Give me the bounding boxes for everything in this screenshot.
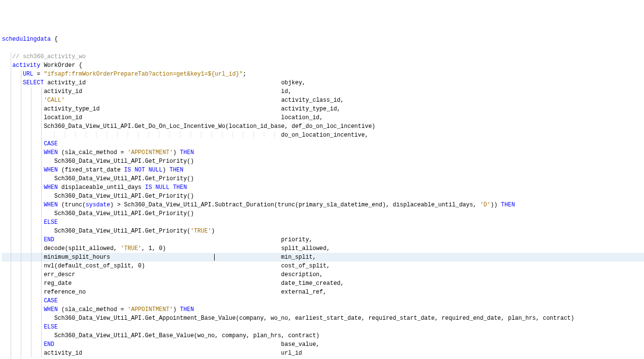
code-line[interactable]: CASE: [2, 140, 644, 148]
code-line[interactable]: ┊ ┊ ┊ ┊ ┊ ┊ ┊ ┊ ┊ ┊ ┊ ┊ ┊ ┊ ┊ ┊ ┊ ┊ ┊ ┊ …: [2, 131, 644, 140]
code-line[interactable]: URL = "ifsapf:frmWorkOrderPrepareTab?act…: [2, 70, 644, 78]
token-plain: activity_type_id: [44, 106, 99, 112]
fold-guide: [21, 174, 21, 183]
fold-guide: [21, 148, 21, 157]
code-line[interactable]: WHEN displaceable_until_days IS NULL THE…: [2, 183, 644, 192]
fold-guide: [31, 262, 31, 270]
token-kw: activity: [13, 62, 41, 69]
code-line[interactable]: Sch360_Data_View_Util_API.Get_Priority(): [2, 192, 644, 201]
fold-guide: [11, 331, 11, 340]
token-kw: IS NULL THEN: [145, 184, 187, 191]
fold-guide: [11, 279, 11, 288]
code-line[interactable]: location_id location_id,: [2, 113, 644, 122]
token-str: "ifsapf:frmWorkOrderPrepareTab?action=ge…: [44, 71, 242, 78]
code-line[interactable]: CASE: [2, 297, 644, 305]
token-plain: Sch360_Data_View_Util_API.Get_Priority(): [54, 210, 194, 217]
fold-guide: [31, 113, 31, 122]
fold-guide: [21, 105, 21, 113]
line-content: nvl(default_cost_of_split, 0) cost_of_sp…: [2, 262, 330, 270]
code-line[interactable]: WHEN (fixed_start_date IS NOT NULL) THEN: [2, 166, 644, 174]
line-content: END priority,: [2, 235, 313, 244]
fold-guide: [41, 148, 42, 157]
code-line[interactable]: decode(split_allowed, 'TRUE', 1, 0) spli…: [2, 244, 644, 253]
fold-guide: [21, 314, 21, 323]
fold-guide: [41, 218, 42, 227]
code-line[interactable]: ELSE: [2, 218, 644, 227]
token-plain: nvl(default_cost_of_split, 0): [44, 263, 145, 269]
line-content: activity_id id,: [2, 87, 292, 96]
fold-guide: [21, 262, 21, 270]
code-line[interactable]: Sch360_Data_View_Util_API.Get_Priority(): [2, 209, 644, 218]
code-line[interactable]: reg_date date_time_created,: [2, 279, 644, 288]
token-plain: ): [162, 167, 169, 173]
code-line[interactable]: nvl(default_cost_of_split, 0) cost_of_sp…: [2, 262, 644, 270]
fold-guide: [21, 78, 21, 87]
code-editor[interactable]: schedulingdata { // sch360_activity_wo a…: [0, 35, 644, 359]
line-content: END base_value,: [2, 340, 319, 349]
fold-guide: [21, 235, 21, 244]
code-line[interactable]: [2, 44, 644, 52]
fold-guide: [41, 157, 42, 166]
token-kw: END: [44, 236, 54, 243]
fold-guide: [21, 331, 21, 340]
code-line[interactable]: schedulingdata {: [2, 35, 644, 44]
fold-guide: [11, 87, 11, 96]
code-line[interactable]: Sch360_Data_View_Util_API.Get_Do_On_Loc_…: [2, 122, 644, 131]
code-line[interactable]: Sch360_Data_View_Util_API.Get_Appointmen…: [2, 314, 644, 323]
fold-guide: [41, 122, 42, 131]
token-kw: CASE: [44, 297, 58, 304]
code-line[interactable]: activity_id id,: [2, 87, 644, 96]
code-line[interactable]: // sch360_activity_wo: [2, 52, 644, 61]
fold-guide: [31, 209, 31, 218]
code-line[interactable]: END priority,: [2, 235, 644, 244]
code-line[interactable]: activity_id url_id: [2, 349, 644, 358]
token-kw: IS NOT NULL: [124, 167, 162, 173]
fold-guide: [41, 305, 42, 314]
code-line[interactable]: activity_type_id activity_type_id,: [2, 105, 644, 113]
token-plain: cost_of_split,: [281, 263, 330, 269]
code-line[interactable]: activity WorkOrder {: [2, 61, 644, 70]
line-content: Sch360_Data_View_Util_API.Get_Do_On_Loc_…: [2, 122, 376, 131]
code-line[interactable]: Sch360_Data_View_Util_API.Get_Base_Value…: [2, 331, 644, 340]
code-line[interactable]: reference_no external_ref,: [2, 288, 644, 297]
code-line[interactable]: err_descr description,: [2, 270, 644, 279]
fold-guide: [41, 227, 42, 235]
fold-guide: [11, 122, 11, 131]
fold-guide: [41, 174, 42, 183]
fold-guide: [31, 305, 31, 314]
fold-guide: [21, 96, 21, 105]
token-plain: =: [33, 71, 44, 78]
fold-guide: [41, 262, 42, 270]
fold-guide: [11, 96, 11, 105]
code-line[interactable]: SELECT activity_id objkey,: [2, 78, 644, 87]
fold-guide: [41, 235, 42, 244]
code-line[interactable]: Sch360_Data_View_Util_API.Get_Priority('…: [2, 227, 644, 235]
line-content: err_descr description,: [2, 270, 323, 279]
fold-guide: [41, 270, 42, 279]
fold-guide: [11, 288, 11, 297]
fold-guide: [31, 122, 31, 131]
token-plain: date_time_created,: [281, 280, 344, 287]
code-line[interactable]: Sch360_Data_View_Util_API.Get_Priority(): [2, 157, 644, 166]
token-plain: activity_type_id,: [281, 106, 340, 112]
token-kw: THEN: [170, 167, 184, 173]
text-cursor: [214, 254, 215, 261]
token-plain: activity_id: [44, 350, 82, 357]
token-plain: activity_id: [44, 79, 85, 86]
line-content: do_on_location_incentive,: [2, 131, 368, 140]
fold-guide: [31, 253, 31, 262]
fold-guide: [31, 279, 31, 288]
code-line[interactable]: ELSE: [2, 323, 644, 331]
code-line[interactable]: minimum_split_hours min_split,: [2, 253, 644, 262]
code-line[interactable]: WHEN (sla_calc_method = 'APPOINTMENT') T…: [2, 305, 644, 314]
code-line[interactable]: 'CALL' activity_class_id,: [2, 96, 644, 105]
token-kw: WHEN: [44, 306, 58, 313]
code-line[interactable]: Sch360_Data_View_Util_API.Get_Priority(): [2, 174, 644, 183]
line-content: Sch360_Data_View_Util_API.Get_Appointmen…: [2, 314, 574, 323]
code-line[interactable]: WHEN (trunc(sysdate) > Sch360_Data_View_…: [2, 201, 644, 209]
code-line[interactable]: WHEN (sla_calc_method = 'APPOINTMENT') T…: [2, 148, 644, 157]
code-line[interactable]: END base_value,: [2, 340, 644, 349]
fold-guide: [21, 183, 21, 192]
line-content: location_id location_id,: [2, 113, 323, 122]
fold-guide: [21, 288, 21, 297]
